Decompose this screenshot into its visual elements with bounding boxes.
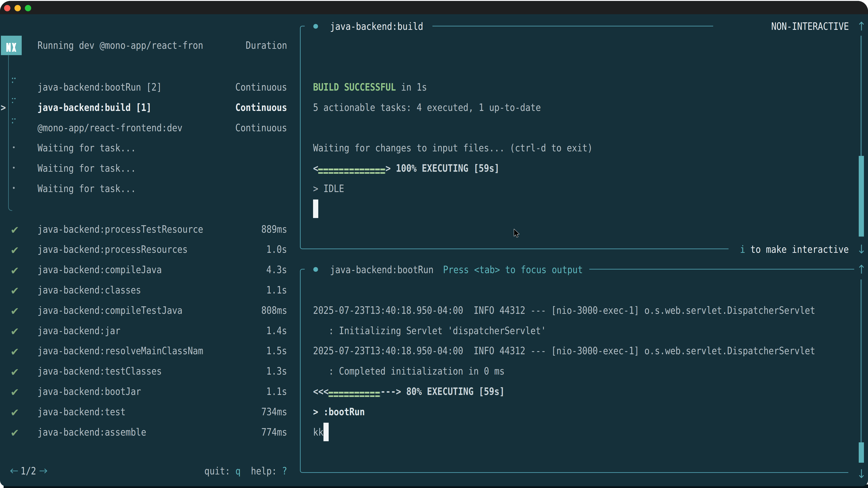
progress-bar-open: < <box>313 162 318 174</box>
log-line: 2025-07-23T13:40:18.950-04:00 INFO 44312… <box>313 300 868 320</box>
check-icon: ✔ <box>10 220 19 240</box>
build-panel-title[interactable]: java-backend:build <box>330 16 440 36</box>
log-line: 2025-07-23T13:40:18.950-04:00 INFO 44312… <box>313 341 868 361</box>
spinner-icon <box>12 98 16 103</box>
task-duration: 1.3s <box>266 361 291 381</box>
scrollbar-track[interactable] <box>861 280 862 442</box>
log-line: : Completed initialization in 0 ms <box>313 361 539 381</box>
terminal-content: NX Running dev @mono-app/react-fron Dura… <box>0 1 868 486</box>
check-icon: ✔ <box>10 281 19 301</box>
scroll-down-arrow-icon[interactable] <box>859 469 864 478</box>
bootrun-panel-header-rule <box>589 269 854 269</box>
runner-title: Running dev @mono-app/react-fron <box>37 35 234 55</box>
log-line: : Initializing Servlet 'dispatcherServle… <box>313 320 589 341</box>
focus-output-hint: Press <tab> to focus output <box>443 260 609 280</box>
check-icon: ✔ <box>10 240 19 260</box>
build-result-line: BUILD SUCCESSFUL in 1s <box>313 77 448 97</box>
waiting-task: Waiting for task... <box>37 158 154 178</box>
build-panel-mode-badge: NON-INTERACTIVE <box>771 16 863 36</box>
completed-task[interactable]: java-backend:compileJava <box>37 260 184 280</box>
bootrun-panel-bottom-rule <box>305 472 848 473</box>
build-successful-text: BUILD SUCCESSFUL <box>313 81 396 93</box>
tree-task-frontend-dev[interactable]: @mono-app/react-frontend:dev <box>37 118 209 138</box>
build-waiting-line: Waiting for changes to input files... (c… <box>313 138 644 158</box>
waiting-task: Waiting for task... <box>37 178 154 199</box>
spinner-icon <box>12 119 16 124</box>
tree-task-build[interactable]: java-backend:build [1] <box>37 97 172 118</box>
progress-bar-close: > <box>385 162 391 174</box>
help-key: ? <box>282 465 287 477</box>
completed-task[interactable]: java-backend:processResources <box>37 239 215 260</box>
progress-bar-fill <box>318 168 385 174</box>
task-duration: 1.1s <box>266 280 291 300</box>
scroll-down-arrow-icon[interactable] <box>859 244 864 254</box>
terminal-cursor <box>313 199 318 218</box>
scrollbar-thumb[interactable] <box>859 156 864 236</box>
check-icon: ✔ <box>10 301 19 321</box>
tree-task-build-status: Continuous <box>235 97 297 118</box>
completed-task[interactable]: java-backend:processTestResource <box>37 219 234 239</box>
task-duration: 1.1s <box>266 381 291 401</box>
scrollbar-thumb[interactable] <box>859 442 864 463</box>
mouse-cursor <box>514 229 520 238</box>
completed-task[interactable]: java-backend:classes <box>37 280 160 300</box>
progress-bar-fill <box>329 392 380 397</box>
selection-marker: > <box>1 97 7 118</box>
completed-task[interactable]: java-backend:resolveMainClassNam <box>37 341 234 361</box>
completed-task[interactable]: java-backend:testClasses <box>37 361 184 381</box>
bootrun-panel-frame <box>300 269 305 473</box>
completed-task[interactable]: java-backend:assemble <box>37 422 166 442</box>
prev-page-arrow-icon[interactable] <box>10 468 19 474</box>
desktop: NX Running dev @mono-app/react-fron Dura… <box>0 0 868 488</box>
progress-bar-open: <<< <box>313 385 329 397</box>
check-icon: ✔ <box>10 341 19 362</box>
interactive-key: i <box>740 243 745 255</box>
check-icon: ✔ <box>10 260 19 281</box>
task-duration: 1.5s <box>266 341 291 361</box>
task-duration: 808ms <box>261 300 292 320</box>
check-icon: ✔ <box>10 362 19 382</box>
build-panel-bottom-rule <box>305 249 728 249</box>
build-idle-line: > IDLE <box>313 178 350 199</box>
keyboard-hints: quit: q help: ? <box>204 461 303 481</box>
make-interactive-hint: i to make interactive <box>740 239 868 260</box>
task-duration: 734ms <box>261 401 292 422</box>
check-icon: ✔ <box>10 321 19 341</box>
tree-task-bootrun[interactable]: java-backend:bootRun [2] <box>37 77 184 97</box>
task-duration: 774ms <box>261 422 292 442</box>
build-tasks-summary: 5 actionable tasks: 4 executed, 1 up-to-… <box>313 97 583 118</box>
check-icon: ✔ <box>10 382 19 402</box>
task-duration: 889ms <box>261 219 292 239</box>
next-page-arrow-icon[interactable] <box>39 468 47 474</box>
duration-column-header: Duration <box>246 35 295 55</box>
scroll-up-arrow-icon[interactable] <box>859 22 864 31</box>
build-progress-line: <> 100% EXECUTING [59s] <box>313 158 533 178</box>
completed-task[interactable]: java-backend:compileTestJava <box>37 300 209 320</box>
quit-key: q <box>235 465 241 477</box>
build-panel-header-rule <box>432 26 713 26</box>
bootrun-progress-line: <<<---> 80% EXECUTING [59s] <box>313 381 539 401</box>
quit-label: quit: <box>204 465 230 477</box>
tree-task-bootrun-status: Continuous <box>235 77 297 97</box>
waiting-dot-icon <box>13 187 15 189</box>
completed-task[interactable]: java-backend:test <box>37 401 142 422</box>
page-indicator: 1/2 <box>21 461 39 481</box>
waiting-task: Waiting for task... <box>37 138 154 158</box>
tree-task-frontend-dev-status: Continuous <box>235 118 297 138</box>
progress-label: 80% EXECUTING [59s] <box>401 385 504 397</box>
bootrun-panel-title[interactable]: java-backend:bootRun <box>330 260 453 280</box>
scrollbar-track[interactable] <box>861 36 862 156</box>
check-icon: ✔ <box>10 402 19 423</box>
scroll-up-arrow-icon[interactable] <box>859 265 864 274</box>
interactive-label: to make interactive <box>745 243 849 255</box>
check-icon: ✔ <box>10 423 19 443</box>
progress-bar-dashes: ---> <box>380 385 401 397</box>
terminal-cursor <box>323 423 329 441</box>
terminal-window: NX Running dev @mono-app/react-fron Dura… <box>0 1 868 486</box>
task-bullet-icon <box>313 24 318 29</box>
bootrun-task-line: > :bootRun <box>313 401 374 422</box>
completed-task[interactable]: java-backend:jar <box>37 320 135 341</box>
progress-label: 100% EXECUTING [59s] <box>391 162 500 174</box>
completed-task[interactable]: java-backend:bootJar <box>37 381 160 401</box>
spinner-icon <box>12 78 16 83</box>
